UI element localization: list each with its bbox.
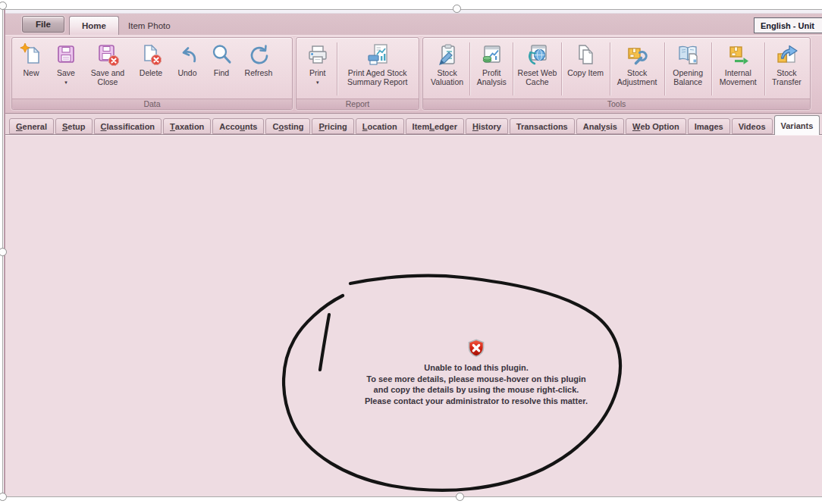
tab-file[interactable]: File: [22, 16, 64, 33]
stock-adjustment-button[interactable]: Stock Adjustment: [610, 39, 664, 98]
refresh-button[interactable]: Refresh: [238, 39, 279, 98]
tab-images[interactable]: Images: [688, 118, 730, 134]
group-label-data: Data: [12, 99, 292, 109]
profit-analysis-icon: [479, 42, 504, 67]
ribbon-tab-row: File Home Item Photo English - Unit: [5, 14, 822, 35]
error-shield-icon: [467, 339, 485, 358]
save-button[interactable]: Save ▾: [49, 39, 83, 98]
tab-home[interactable]: Home: [69, 16, 119, 35]
ribbon: New Save ▾: [5, 35, 822, 114]
button-label: Internal Movement: [712, 69, 764, 86]
selection-border-top: [2, 9, 822, 10]
stock-valuation-button[interactable]: Stock Valuation: [425, 39, 469, 98]
button-label: Print: [309, 69, 326, 78]
delete-button[interactable]: Delete: [132, 39, 170, 98]
button-label: Find: [214, 69, 229, 78]
print-aged-stock-summary-report-button[interactable]: Print Aged Stock Summary Report: [337, 39, 417, 98]
print-icon: [306, 42, 330, 67]
profit-analysis-button[interactable]: Profit Analysis: [470, 39, 513, 98]
stock-transfer-icon: [774, 42, 798, 67]
stock-adjustment-icon: [625, 42, 649, 67]
button-label: Save and Close: [83, 69, 132, 86]
save-close-icon: [96, 42, 120, 67]
page-tab-strip: General Setup Classification Taxation Ac…: [5, 114, 822, 134]
tab-analysis[interactable]: Analysis: [576, 118, 624, 134]
ribbon-group-data: New Save ▾: [11, 37, 293, 110]
variants-content-panel: [5, 134, 822, 496]
button-label: New: [23, 69, 39, 78]
app-window: File Home Item Photo English - Unit New: [4, 10, 822, 496]
button-label: Profit Analysis: [470, 69, 513, 86]
button-label: Delete: [140, 69, 162, 78]
new-icon: [19, 42, 43, 67]
tab-taxation[interactable]: Taxation: [163, 118, 211, 134]
print-button[interactable]: Print ▾: [298, 39, 337, 98]
dropdown-arrow-icon[interactable]: ▾: [316, 80, 319, 85]
tab-web-option[interactable]: Web Option: [626, 118, 686, 134]
tab-history[interactable]: History: [466, 118, 508, 134]
button-label: Copy Item: [567, 69, 604, 78]
tab-setup[interactable]: Setup: [55, 118, 93, 134]
save-and-close-button[interactable]: Save and Close: [83, 39, 132, 98]
button-label: Save: [57, 69, 75, 78]
undo-button[interactable]: Undo: [170, 39, 205, 98]
opening-balance-icon: [676, 42, 700, 67]
opening-balance-button[interactable]: Opening Balance: [665, 39, 711, 98]
tab-variants[interactable]: Variants: [774, 115, 820, 135]
tab-videos[interactable]: Videos: [732, 118, 773, 134]
copy-item-icon: [573, 42, 598, 67]
button-label: Refresh: [245, 69, 273, 78]
tab-pricing[interactable]: Pricing: [312, 118, 353, 134]
document-page: File Home Item Photo English - Unit New: [0, 0, 822, 504]
tab-accounts[interactable]: Accounts: [212, 118, 264, 134]
error-line: To see more details, please mouse-hover …: [316, 374, 636, 385]
group-label-tools: Tools: [423, 99, 810, 109]
tab-costing[interactable]: Costing: [265, 118, 310, 134]
button-label: Stock Valuation: [425, 69, 469, 86]
tab-item-photo[interactable]: Item Photo: [116, 16, 183, 35]
ribbon-group-report: Print ▾: [296, 37, 419, 110]
tab-transactions[interactable]: Transactions: [510, 118, 575, 134]
group-label-report: Report: [296, 99, 419, 109]
reset-web-cache-button[interactable]: Reset Web Cache: [513, 39, 560, 98]
selection-handle-bottom-left[interactable]: [0, 493, 7, 501]
button-label: Opening Balance: [665, 69, 711, 86]
button-label: Undo: [177, 69, 196, 78]
stock-valuation-icon: [435, 42, 460, 67]
new-button[interactable]: New: [14, 39, 49, 98]
tab-general[interactable]: General: [9, 118, 54, 134]
internal-movement-button[interactable]: Internal Movement: [712, 39, 764, 98]
plugin-error-message: Unable to load this plugin. To see more …: [316, 339, 636, 406]
refresh-icon: [246, 42, 271, 67]
button-label: Stock Transfer: [765, 69, 808, 86]
dropdown-arrow-icon[interactable]: ▾: [64, 80, 67, 85]
undo-icon: [175, 42, 199, 67]
find-button[interactable]: Find: [205, 39, 238, 98]
internal-movement-icon: [726, 42, 750, 67]
tab-classification[interactable]: Classification: [94, 118, 162, 134]
stock-transfer-button[interactable]: Stock Transfer: [765, 39, 808, 98]
button-label: Stock Adjustment: [610, 69, 664, 86]
ribbon-group-tools: Stock Valuation Profit Analysis: [422, 37, 811, 110]
delete-icon: [139, 42, 163, 67]
selection-handle-bottom-center[interactable]: [456, 493, 464, 501]
error-line: Unable to load this plugin.: [316, 362, 636, 374]
button-label: Reset Web Cache: [513, 69, 560, 86]
tab-item-ledger[interactable]: Item Ledger: [406, 118, 464, 134]
tab-location[interactable]: Location: [356, 118, 404, 134]
language-selector[interactable]: English - Unit: [754, 17, 822, 33]
selection-border-bottom: [2, 496, 822, 497]
find-icon: [209, 42, 234, 67]
error-line: and copy the details by using the mouse …: [316, 384, 636, 396]
reset-web-cache-icon: [525, 42, 549, 67]
print-report-icon: [366, 42, 390, 67]
copy-item-button[interactable]: Copy Item: [562, 39, 610, 98]
save-icon: [54, 42, 78, 67]
button-label: Print Aged Stock Summary Report: [337, 69, 417, 86]
selection-handle-top-center[interactable]: [453, 5, 461, 13]
error-line: Please contact your administrator to res…: [316, 396, 636, 407]
